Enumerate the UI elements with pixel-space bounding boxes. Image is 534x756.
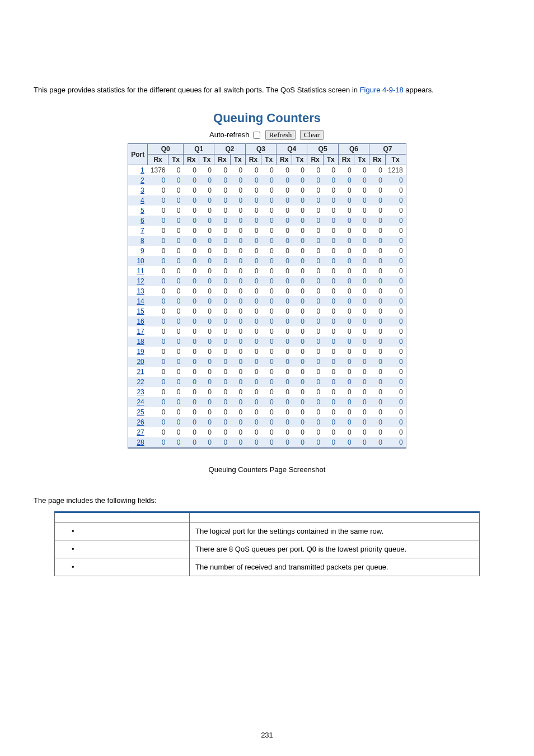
value-cell: 0 — [168, 226, 183, 236]
port-link[interactable]: 10 — [137, 257, 144, 265]
value-cell: 0 — [168, 347, 183, 357]
value-cell: 0 — [354, 256, 369, 266]
value-cell: 0 — [184, 246, 199, 256]
value-cell: 0 — [354, 326, 369, 337]
value-cell: 0 — [168, 377, 183, 387]
port-link[interactable]: 5 — [140, 207, 144, 214]
value-cell: 0 — [184, 266, 199, 276]
value-cell: 0 — [245, 266, 261, 276]
port-link[interactable]: 26 — [137, 418, 144, 426]
port-link[interactable]: 13 — [137, 287, 144, 295]
port-cell: 21 — [128, 367, 148, 377]
value-cell: 0 — [148, 357, 168, 367]
table-row: 140000000000000000 — [128, 296, 406, 306]
value-cell: 0 — [354, 195, 369, 206]
port-link[interactable]: 2 — [140, 176, 144, 184]
port-link[interactable]: 21 — [137, 368, 144, 376]
value-cell: 0 — [292, 246, 307, 256]
port-cell: 6 — [128, 216, 148, 226]
value-cell: 0 — [354, 216, 369, 226]
value-cell: 0 — [214, 367, 230, 377]
value-cell: 0 — [292, 367, 307, 377]
port-link[interactable]: 11 — [137, 267, 144, 275]
value-cell: 0 — [292, 195, 307, 206]
fields-intro: The page includes the following fields: — [34, 496, 500, 505]
value-cell: 0 — [214, 377, 230, 387]
col-rx: Rx — [245, 155, 261, 165]
value-cell: 0 — [277, 246, 292, 256]
auto-refresh-label: Auto-refresh — [209, 130, 250, 139]
value-cell: 0 — [261, 236, 277, 246]
port-link[interactable]: 24 — [137, 398, 144, 406]
value-cell: 0 — [354, 236, 369, 246]
port-link[interactable]: 19 — [137, 348, 144, 356]
value-cell: 0 — [338, 407, 354, 417]
page-number: 231 — [0, 731, 534, 739]
port-link[interactable]: 22 — [137, 378, 144, 386]
col-q4: Q4 — [277, 144, 307, 155]
value-cell: 0 — [168, 175, 183, 185]
port-link[interactable]: 8 — [140, 237, 144, 245]
value-cell: 0 — [385, 397, 406, 407]
port-link[interactable]: 9 — [140, 247, 144, 255]
port-link[interactable]: 15 — [137, 307, 144, 315]
value-cell: 0 — [214, 236, 230, 246]
value-cell: 0 — [148, 417, 168, 427]
port-link[interactable]: 20 — [137, 358, 144, 366]
clear-button[interactable]: Clear — [300, 130, 324, 140]
value-cell: 0 — [168, 266, 183, 276]
value-cell: 0 — [385, 437, 406, 448]
value-cell: 0 — [184, 276, 199, 286]
value-cell: 0 — [277, 326, 292, 337]
port-link[interactable]: 6 — [140, 217, 144, 225]
port-link[interactable]: 7 — [140, 227, 144, 235]
col-rx: Rx — [307, 155, 323, 165]
value-cell: 0 — [184, 286, 199, 296]
port-link[interactable]: 18 — [137, 338, 144, 346]
intro-text: This page provides statistics for the di… — [34, 86, 500, 94]
value-cell: 0 — [148, 377, 168, 387]
object-cell — [55, 558, 190, 576]
port-link[interactable]: 1 — [140, 166, 144, 174]
value-cell: 0 — [199, 377, 214, 387]
auto-refresh-checkbox[interactable] — [253, 132, 260, 139]
value-cell: 0 — [385, 347, 406, 357]
port-cell: 12 — [128, 276, 148, 286]
port-link[interactable]: 28 — [137, 438, 144, 446]
figure-caption: Queuing Counters Page Screenshot — [34, 465, 500, 474]
value-cell: 0 — [323, 216, 338, 226]
value-cell: 0 — [261, 417, 277, 427]
refresh-button[interactable]: Refresh — [265, 130, 296, 140]
value-cell: 0 — [292, 216, 307, 226]
value-cell: 0 — [354, 206, 369, 216]
value-cell: 0 — [261, 326, 277, 337]
value-cell: 0 — [338, 397, 354, 407]
value-cell: 0 — [369, 306, 385, 316]
port-link[interactable]: 3 — [140, 186, 144, 194]
value-cell: 0 — [214, 185, 230, 195]
port-link[interactable]: 17 — [137, 328, 144, 335]
table-row: 200000000000000000 — [128, 357, 406, 367]
value-cell: 0 — [261, 226, 277, 236]
value-cell: 0 — [245, 397, 261, 407]
value-cell: 0 — [292, 387, 307, 397]
value-cell: 0 — [168, 216, 183, 226]
port-link[interactable]: 4 — [140, 197, 144, 204]
value-cell: 0 — [148, 437, 168, 448]
value-cell: 0 — [245, 306, 261, 316]
port-link[interactable]: 12 — [137, 277, 144, 285]
value-cell: 0 — [323, 407, 338, 417]
port-link[interactable]: 23 — [137, 388, 144, 396]
port-link[interactable]: 16 — [137, 318, 144, 325]
value-cell: 0 — [338, 216, 354, 226]
port-cell: 14 — [128, 296, 148, 306]
value-cell: 0 — [214, 246, 230, 256]
value-cell: 0 — [245, 326, 261, 337]
figure-link[interactable]: Figure 4-9-18 — [360, 86, 404, 94]
value-cell: 0 — [230, 417, 245, 427]
table-row: 11376000000000000001218 — [128, 165, 406, 176]
port-link[interactable]: 14 — [137, 297, 144, 305]
port-link[interactable]: 27 — [137, 428, 144, 436]
port-link[interactable]: 25 — [137, 408, 144, 416]
value-cell: 0 — [214, 306, 230, 316]
